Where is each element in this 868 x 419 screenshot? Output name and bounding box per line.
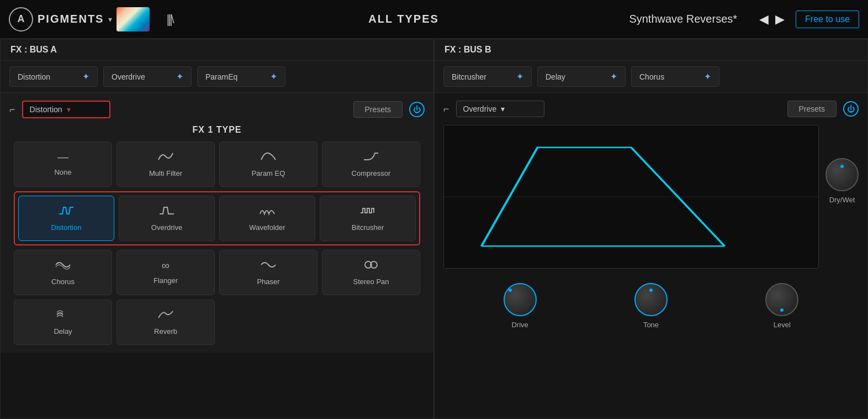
bus-b-slot-2-add-icon[interactable]: ✦ <box>610 71 617 82</box>
phaser-label: Phaser <box>257 277 279 286</box>
dry-wet-label: Dry/Wet <box>829 196 855 204</box>
fx-cell-chorus[interactable]: Chorus <box>14 250 112 295</box>
dropdown-arrow-icon: ▾ <box>67 105 71 114</box>
drive-knob[interactable] <box>504 283 537 316</box>
overdrive-current: Overdrive <box>463 104 497 113</box>
dry-wet-group: Dry/Wet <box>825 125 859 204</box>
wavefolder-label: Wavefolder <box>249 223 285 232</box>
drive-label: Drive <box>511 321 528 329</box>
chorus-label: Chorus <box>51 277 75 286</box>
stereopan-label: Stereo Pan <box>353 277 389 286</box>
logo-area: A PIGMENTS ▾ <box>9 7 150 32</box>
compressor-icon <box>363 151 379 165</box>
fx-cell-reverb[interactable]: Reverb <box>117 300 215 345</box>
fx-cell-wavefolder[interactable]: Wavefolder <box>219 196 315 241</box>
bus-a-slot-2-name: Overdrive <box>112 72 145 81</box>
bus-a-fx-slots: Distortion ✦ Overdrive ✦ ParamEq ✦ <box>1 61 433 93</box>
bus-b-power-button[interactable]: ⏻ <box>843 101 859 117</box>
bus-b-slot-1[interactable]: Bitcrusher ✦ <box>443 66 532 87</box>
main-content: FX : BUS A Distortion ✦ Overdrive ✦ Para… <box>0 39 868 419</box>
overdrive-dropdown[interactable]: Overdrive ▾ <box>456 101 544 117</box>
overdrive-dropdown-arrow: ▾ <box>501 104 505 113</box>
wave-icon: ⌐ <box>9 104 15 116</box>
bus-b-slot-1-add-icon[interactable]: ✦ <box>516 71 523 82</box>
overdrive-display <box>443 125 819 269</box>
fx-cell-phaser[interactable]: Phaser <box>219 250 317 295</box>
reverb-label: Reverb <box>154 327 177 336</box>
wavefolder-icon <box>259 205 276 219</box>
distortion-label: Distortion <box>51 223 82 232</box>
tone-knob[interactable] <box>634 283 668 316</box>
bus-b-slot-3-name: Chorus <box>639 72 664 81</box>
bus-a-header: FX : BUS A <box>1 39 433 61</box>
bus-b-presets-button[interactable]: Presets <box>787 101 837 117</box>
topbar: A PIGMENTS ▾ |||\ ALL TYPES Synthwave Re… <box>0 0 868 39</box>
bars-icon: |||\ <box>166 12 172 27</box>
fx-cell-compressor[interactable]: Compressor <box>322 142 420 187</box>
delay-icon <box>55 309 71 323</box>
bus-b-panel: FX : BUS B Bitcrusher ✦ Delay ✦ Chorus ✦… <box>434 39 868 419</box>
logo-rainbow <box>117 7 150 32</box>
knobs-row: Drive Tone Level <box>443 277 859 334</box>
tone-knob-group: Tone <box>634 283 668 329</box>
presets-button[interactable]: Presets <box>353 101 403 118</box>
preset-name: Synthwave Reverses* <box>629 13 737 25</box>
overdrive-icon <box>158 205 175 219</box>
level-knob-group: Level <box>765 283 798 329</box>
multifilter-label: Multi Filter <box>149 169 182 177</box>
free-to-use-button[interactable]: Free to use <box>796 11 859 28</box>
bitcrusher-label: Bitcrusher <box>352 223 384 232</box>
fx-type-current: Distortion <box>30 105 62 114</box>
drive-knob-group: Drive <box>504 283 537 329</box>
distortion-group: Distortion Overdrive Wavefolder <box>14 191 420 245</box>
preset-type: ALL TYPES <box>189 13 618 25</box>
distortion-icon <box>58 205 75 219</box>
fx-cell-parameq[interactable]: Param EQ <box>219 142 317 187</box>
reverb-icon <box>157 309 174 323</box>
prev-arrow[interactable]: ◀ <box>759 12 769 27</box>
logo-icon: A <box>9 7 33 32</box>
stereopan-icon <box>363 259 379 273</box>
fx-cell-distortion[interactable]: Distortion <box>18 196 114 241</box>
fx-type-grid: — None Multi Filter Param EQ <box>9 142 425 345</box>
level-label: Level <box>774 321 791 329</box>
bus-a-fx-selector-area: ⌐ Distortion ▾ Presets ⏻ FX 1 TYPE — Non… <box>1 93 433 353</box>
dry-wet-knob[interactable] <box>825 158 859 191</box>
bus-b-header: FX : BUS B <box>435 39 867 61</box>
bus-b-slot-1-name: Bitcrusher <box>452 72 486 81</box>
fx-cell-bitcrusher[interactable]: Bitcrusher <box>320 196 416 241</box>
bus-a-panel: FX : BUS A Distortion ✦ Overdrive ✦ Para… <box>0 39 434 419</box>
fx-cell-none[interactable]: — None <box>14 142 112 187</box>
bus-a-slot-1-add-icon[interactable]: ✦ <box>82 71 89 82</box>
app-name: PIGMENTS <box>38 13 104 25</box>
app-dropdown-arrow[interactable]: ▾ <box>108 15 112 24</box>
parameq-label: Param EQ <box>252 169 285 177</box>
fx-cell-delay[interactable]: Delay <box>14 300 112 345</box>
level-knob[interactable] <box>765 283 798 316</box>
fx-cell-stereopan[interactable]: Stereo Pan <box>322 250 420 295</box>
bus-a-slot-2[interactable]: Overdrive ✦ <box>103 66 192 87</box>
fx-cell-overdrive[interactable]: Overdrive <box>119 196 215 241</box>
bus-a-slot-3-add-icon[interactable]: ✦ <box>270 71 277 82</box>
bus-a-slot-1[interactable]: Distortion ✦ <box>9 66 98 87</box>
overdrive-label: Overdrive <box>151 223 182 232</box>
overdrive-selector-row: ⌐ Overdrive ▾ Presets ⏻ <box>443 101 859 117</box>
chorus-icon <box>55 259 71 273</box>
next-arrow[interactable]: ▶ <box>775 12 785 27</box>
phaser-icon <box>260 259 277 273</box>
bus-b-slot-2[interactable]: Delay ✦ <box>537 66 626 87</box>
flanger-label: Flanger <box>154 276 178 285</box>
bus-a-slot-3-name: ParamEq <box>205 72 237 81</box>
bus-a-slot-3[interactable]: ParamEq ✦ <box>197 66 285 87</box>
bus-a-slot-2-add-icon[interactable]: ✦ <box>176 71 183 82</box>
fx-cell-flanger[interactable]: ∞ Flanger <box>117 250 215 295</box>
fx-cell-multifilter[interactable]: Multi Filter <box>117 142 215 187</box>
fx-selector-row: ⌐ Distortion ▾ Presets ⏻ <box>9 101 425 118</box>
wave-icon-b: ⌐ <box>443 103 449 115</box>
bus-b-slot-3[interactable]: Chorus ✦ <box>631 66 719 87</box>
fx-type-dropdown[interactable]: Distortion ▾ <box>22 101 110 118</box>
bus-b-slot-3-add-icon[interactable]: ✦ <box>704 71 711 82</box>
compressor-label: Compressor <box>352 169 391 177</box>
power-button[interactable]: ⏻ <box>409 102 425 117</box>
flanger-icon: ∞ <box>162 259 170 272</box>
